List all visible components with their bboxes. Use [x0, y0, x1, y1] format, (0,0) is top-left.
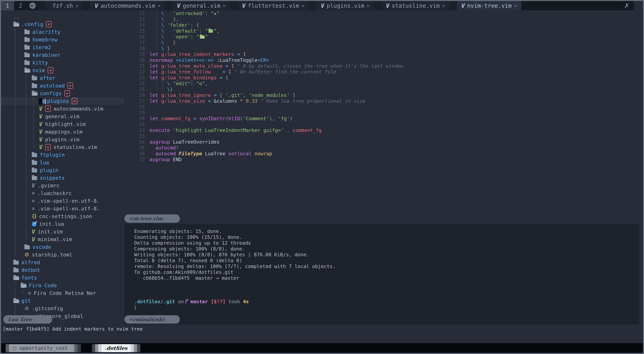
tab-fzf.sh[interactable]: >_fzf.sh× — [46, 1, 83, 10]
code-line-27[interactable]: 27let g:lua_tree_size = &columns * 0.33 … — [124, 98, 643, 104]
tree-item-iterm2[interactable]: iterm2 — [1, 43, 124, 51]
close-all-icon[interactable]: ✗ — [624, 2, 630, 9]
line-number: 21 — [124, 63, 150, 69]
tree-item-git[interactable]: git — [1, 297, 124, 305]
code-line-31[interactable]: 31 — [124, 121, 643, 127]
tree-item-alfred[interactable]: alfred — [1, 259, 124, 266]
tree-indent — [10, 136, 13, 143]
code-line-17[interactable]: 17 │ \ } — [124, 39, 643, 45]
tree-item-.gitconfig[interactable]: ⚙.gitconfig — [1, 305, 124, 312]
tree-item-vscode[interactable]: vscode — [1, 243, 124, 251]
tree-item-ftplugin[interactable]: ftplugin — [1, 151, 124, 159]
tmux-window-opportunity_cost[interactable]: □opportunity_cost — [6, 344, 81, 352]
tree-item-starship.toml[interactable]: ⚙starship.toml — [1, 251, 124, 259]
tree-item-kitty[interactable]: kitty — [1, 59, 124, 66]
tree-item-plugins[interactable]: plugins+ — [1, 97, 124, 105]
tabpage-number-1[interactable]: 1 — [1, 1, 14, 10]
tree-item-minimal.vim[interactable]: Vminimal.vim — [1, 235, 124, 243]
code-text: execute 'highlight LuaTreeIndentMarker g… — [150, 127, 322, 133]
code-line-28[interactable]: 28 — [124, 104, 643, 110]
tab-close-icon[interactable]: × — [223, 3, 226, 9]
code-line-35[interactable]: 35 autocmd! — [124, 145, 643, 151]
code-line-36[interactable]: 36 autocmd FileType LuaTree setlocal now… — [124, 151, 643, 156]
tab-close-icon[interactable]: × — [158, 3, 160, 9]
tree-item-dotbot[interactable]: dotbot — [1, 266, 124, 274]
folder-open-icon — [32, 92, 37, 96]
tabpage-number-2[interactable]: 2 — [14, 1, 27, 10]
tree-item-nvim[interactable]: nvim+ — [1, 66, 124, 74]
tab-close-icon[interactable]: × — [302, 3, 304, 9]
code-line-37[interactable]: 37augroup END — [124, 156, 643, 162]
tree-guide — [24, 74, 28, 82]
tree-item-highlight.vim[interactable]: Vhighlight.vim — [1, 120, 124, 128]
tree-item-homebrew[interactable]: homebrew — [1, 36, 124, 43]
terminal-split[interactable]: Enumerating objects: 15, done.Counting o… — [124, 224, 639, 325]
tab-statusline.vim[interactable]: Vstatusline.vim× — [382, 1, 449, 10]
tree-item-after[interactable]: after — [1, 74, 124, 82]
tree-item-autocommands.vim[interactable]: V+autocommands.vim — [1, 105, 124, 112]
vim-gray-icon: V — [32, 183, 35, 188]
code-line-25[interactable]: 25 │ │ \} — [124, 86, 643, 92]
tree-item-statusline.vim[interactable]: V+statusline.vim — [1, 143, 124, 151]
code-line-18[interactable]: 18 │ \ } — [124, 45, 643, 51]
tree-item-label: lua — [40, 159, 49, 165]
tab-close-icon[interactable]: × — [514, 3, 517, 9]
tab-close-icon[interactable]: × — [366, 3, 370, 9]
code-line-32[interactable]: 32execute 'highlight LuaTreeIndentMarker… — [124, 127, 643, 133]
tab-autocommands.vim[interactable]: Vautocommands.vim× — [90, 1, 165, 10]
code-line-13[interactable]: 13 │ \ }, — [124, 16, 643, 22]
code-line-21[interactable]: 21let g:lua_tree_auto_close = 1 " 0 by d… — [124, 63, 643, 69]
tmux-window-.dotfiles[interactable]: .dotfiles — [92, 344, 140, 352]
tree-item-init.lua[interactable]: init.lua — [1, 220, 124, 228]
tab-nvim-tree.vim[interactable]: Vnvim-tree.vim× — [457, 1, 521, 10]
code-line-16[interactable]: 16 │ \ 'open': "" — [124, 34, 643, 39]
code-text: let g:lua_tree_size = &columns * 0.33 " … — [150, 98, 366, 104]
code-line-29[interactable]: 29 — [124, 110, 643, 116]
tree-indent — [21, 235, 24, 243]
tab-close-icon[interactable]: × — [442, 3, 445, 9]
code-line-19[interactable]: 19let g:lua_tree_indent_markers = 1 — [124, 51, 643, 57]
tree-item-.luacheckrc[interactable]: ≡.luacheckrc — [1, 189, 124, 197]
code-text: │ \ } — [150, 40, 176, 45]
code-line-14[interactable]: 14 │ \ 'folder': { — [124, 22, 643, 28]
tab-close-icon[interactable]: × — [75, 3, 78, 9]
tree-item-general.vim[interactable]: Vgeneral.vim — [1, 112, 124, 120]
tree-item-autoload[interactable]: autoload+ — [1, 82, 124, 89]
code-line-15[interactable]: 15 │ \ 'default': "", — [124, 28, 643, 34]
code-line-33[interactable]: 33 — [124, 133, 643, 139]
tree-guide — [32, 128, 36, 136]
code-line-12[interactable]: 12 │ \ 'untracked': "★" — [124, 10, 643, 16]
tree-item-configs[interactable]: configs+ — [1, 89, 124, 97]
tree-item-..[interactable]: .. — [1, 13, 124, 20]
tree-item-.config[interactable]: .config+ — [1, 20, 124, 28]
tree-item-fonts[interactable]: fonts — [1, 274, 124, 282]
tree-item-lua[interactable]: lua — [1, 159, 124, 166]
tree-item-mappings.vim[interactable]: Vmappings.vim — [1, 128, 124, 136]
tree-guide — [13, 305, 17, 312]
tab-general.vim[interactable]: Vgeneral.vim× — [172, 1, 230, 10]
tree-item-.vim-spell-en.utf-8.[interactable]: ≡.vim-spell-en.utf-8. — [1, 197, 124, 205]
tree-item-plugin[interactable]: plugin — [1, 166, 124, 174]
tree-indent — [10, 212, 13, 220]
code-line-24[interactable]: 24 │ │ \ "edit": "o", — [124, 80, 643, 86]
code-line-34[interactable]: 34augroup LuaTreeOverrides — [124, 139, 643, 145]
tab-fluttertest.vim[interactable]: Vfluttertest.vim× — [238, 1, 309, 10]
tree-item-init.vim[interactable]: Vinit.vim — [1, 228, 124, 235]
tree-item-.gvimrc[interactable]: V.gvimrc — [1, 182, 124, 189]
code-line-23[interactable]: 23let g:lua_tree_bindings = { — [124, 75, 643, 80]
tree-item-snippets[interactable]: snippets — [1, 174, 124, 182]
history-back-button[interactable]: ← — [27, 1, 38, 10]
tree-item-plugins.vim[interactable]: Vplugins.vim — [1, 136, 124, 143]
tree-item-coc-settings.json[interactable]: {}coc-settings.json — [1, 212, 124, 220]
code-line-30[interactable]: 30let comment_fg = synIDattr(hlID('Comme… — [124, 116, 643, 121]
tree-item-.vim-spell-en.utf-8.[interactable]: ≡.vim-spell-en.utf-8. — [1, 205, 124, 212]
tree-item-Fira Code[interactable]: Fira Code — [1, 282, 124, 289]
tree-item-alacritty[interactable]: alacritty — [1, 28, 124, 36]
code-line-20[interactable]: 20nnoremap <silent><c-n> :LuaTreeToggle<… — [124, 57, 643, 63]
tab-plugins.vim[interactable]: Vplugins.vim× — [316, 1, 374, 10]
tree-item-karabiner[interactable]: karabiner — [1, 51, 124, 59]
tree-item-Fira Code Retina Ner[interactable]: ≡Fira Code Retina Ner — [1, 289, 124, 297]
git-status-icon: + — [48, 67, 53, 73]
code-line-22[interactable]: 22let g:lua_tree_follow = 1 " On bufEnte… — [124, 69, 643, 75]
code-line-26[interactable]: 26let g:lua_tree_ignore = [ '.git', 'nod… — [124, 92, 643, 98]
